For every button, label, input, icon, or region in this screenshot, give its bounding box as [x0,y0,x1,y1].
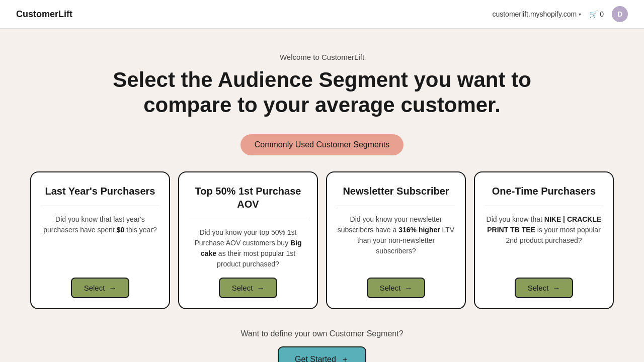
cart-icon: 🛒 [589,10,598,18]
arrow-right-icon-4: → [552,284,560,292]
card-newsletter-subscriber: Newsletter Subscriber Did you know your … [326,171,466,309]
arrow-right-icon-2: → [257,284,264,292]
select-button-4[interactable]: Select → [515,278,574,298]
main-content: Welcome to CustomerLift Select the Audie… [0,29,644,362]
get-started-label: Get Started [295,355,336,362]
page-title: Select the Audience Segment you want to … [106,67,538,118]
avatar[interactable]: D [612,6,628,22]
page-subtitle: Welcome to CustomerLift [280,53,364,61]
app-logo: CustomerLift [16,9,72,20]
cart-count: 0 [600,10,604,18]
get-started-button[interactable]: Get Started ＋ [278,346,366,362]
card-title-3: Newsletter Subscriber [343,185,449,198]
select-button-3[interactable]: Select → [367,278,426,298]
store-selector[interactable]: customerlift.myshopify.com ▾ [492,10,581,18]
card-top50-aov: Top 50% 1st Purchase AOV Did you know yo… [178,171,318,309]
card-body-4: Did you know that NIKE | CRACKLE PRINT T… [485,214,603,269]
card-divider-2 [189,219,307,219]
select-label-2: Select [232,284,253,292]
cart-badge[interactable]: 🛒 0 [589,10,604,18]
card-body-1: Did you know that last year's purchasers… [41,214,159,269]
header-right: customerlift.myshopify.com ▾ 🛒 0 D [492,6,628,22]
plus-icon: ＋ [341,354,349,362]
cards-container: Last Year's Purchasers Did you know that… [30,171,614,309]
card-divider-1 [41,206,159,206]
chevron-down-icon: ▾ [579,12,581,17]
store-name: customerlift.myshopify.com [492,10,577,18]
card-body-3: Did you know your newsletter subscribers… [337,214,455,269]
card-one-time-purchasers: One-Time Purchasers Did you know that NI… [474,171,614,309]
select-label-1: Select [84,284,105,292]
card-last-year-purchasers: Last Year's Purchasers Did you know that… [30,171,170,309]
card-title-4: One-Time Purchasers [492,185,596,198]
bottom-section: Want to define your own Customer Segment… [240,329,403,362]
app-header: CustomerLift customerlift.myshopify.com … [0,0,644,29]
arrow-right-icon-1: → [109,284,116,292]
card-divider-3 [337,206,455,206]
select-label-4: Select [528,284,549,292]
card-divider-4 [485,206,603,206]
bottom-text: Want to define your own Customer Segment… [240,329,403,338]
card-title-2: Top 50% 1st Purchase AOV [189,185,307,211]
card-title-1: Last Year's Purchasers [45,185,155,198]
select-label-3: Select [380,284,401,292]
select-button-1[interactable]: Select → [71,278,130,298]
arrow-right-icon-3: → [405,284,412,292]
card-body-2: Did you know your top 50% 1st Purchase A… [189,227,307,269]
select-button-2[interactable]: Select → [219,278,278,298]
segments-badge[interactable]: Commonly Used Customer Segments [240,134,404,155]
